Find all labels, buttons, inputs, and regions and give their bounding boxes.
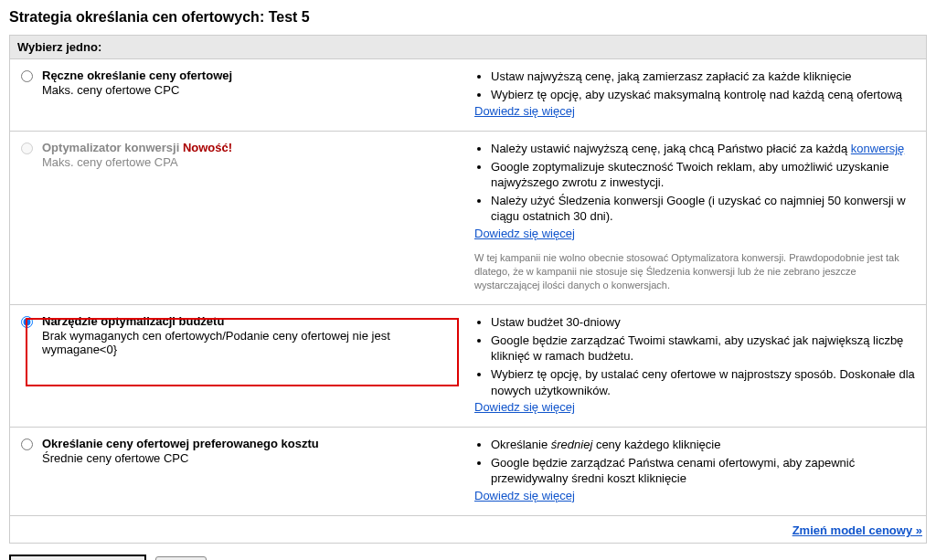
page-title: Strategia określania cen ofertowych: Tes…: [9, 9, 927, 26]
panel-header: Wybierz jedno:: [10, 36, 926, 59]
option-budget-bullet-0: Ustaw budżet 30-dniowy: [491, 314, 919, 331]
option-budget-bullet-2: Wybierz tę opcję, by ustalać ceny oferto…: [491, 366, 919, 398]
option-budget: Narzędzie optymalizacji budżetu Brak wym…: [10, 305, 926, 428]
option-conversion-bullet-1: Google zoptymalizuje skuteczność Twoich …: [491, 159, 919, 191]
option-conversion-bullet-2: Należy użyć Śledzenia konwersji Google (…: [491, 193, 919, 225]
conversion-link[interactable]: konwersję: [851, 142, 905, 155]
option-preferred: Określanie ceny ofertowej preferowanego …: [10, 428, 926, 516]
option-preferred-bullet-1: Google będzie zarządzać Państwa cenami o…: [491, 455, 919, 487]
option-manual-sub: Maks. ceny ofertowe CPC: [42, 83, 232, 97]
option-manual-bullet-1: Wybierz tę opcję, aby uzyskać maksymalną…: [491, 87, 919, 103]
radio-preferred[interactable]: [21, 438, 33, 450]
new-badge: Nowość!: [183, 141, 232, 154]
bidding-panel: Wybierz jedno: Ręczne określanie ceny of…: [9, 35, 927, 544]
learn-more-link[interactable]: Dowiedz się więcej: [474, 400, 575, 414]
option-conversion-sub: Maks. ceny ofertowe CPA: [42, 155, 232, 169]
learn-more-link[interactable]: Dowiedz się więcej: [474, 104, 575, 118]
option-manual-bullet-0: Ustaw najwyższą cenę, jaką zamierzasz za…: [491, 69, 919, 85]
option-preferred-bullet-0: Określanie średniej ceny każdego kliknię…: [491, 437, 919, 453]
option-budget-bullet-1: Google będzie zarządzać Twoimi stawkami,…: [491, 333, 919, 365]
save-continue-button[interactable]: Zapisz i Kontynuuj »: [9, 555, 146, 560]
option-manual: Ręczne określanie ceny ofertowej Maks. c…: [10, 59, 926, 132]
option-conversion-bullet-0: Należy ustawić najwyższą cenę, jaką chcą…: [491, 141, 919, 157]
change-pricing-model-link[interactable]: Zmień model cenowy »: [792, 523, 922, 537]
radio-manual[interactable]: [21, 70, 33, 82]
radio-budget[interactable]: [21, 316, 33, 328]
radio-conversion: [21, 143, 33, 154]
option-conversion: Optymalizator konwersji Nowość! Maks. ce…: [10, 132, 926, 305]
learn-more-link[interactable]: Dowiedz się więcej: [474, 489, 575, 502]
option-preferred-sub: Średnie ceny ofertowe CPC: [42, 451, 319, 465]
option-budget-heading: Narzędzie optymalizacji budżetu: [42, 314, 465, 328]
option-budget-sub: Brak wymaganych cen ofertowych/Podanie c…: [42, 329, 465, 356]
cancel-button[interactable]: Anuluj: [155, 556, 206, 560]
option-conversion-heading: Optymalizator konwersji: [42, 141, 179, 154]
option-preferred-heading: Określanie ceny ofertowej preferowanego …: [42, 437, 319, 450]
learn-more-link[interactable]: Dowiedz się więcej: [474, 227, 575, 240]
conversion-note: W tej kampanii nie wolno obecnie stosowa…: [474, 251, 919, 292]
option-manual-heading: Ręczne określanie ceny ofertowej: [42, 69, 232, 82]
buttons-row: Zapisz i Kontynuuj » Anuluj: [9, 555, 927, 560]
